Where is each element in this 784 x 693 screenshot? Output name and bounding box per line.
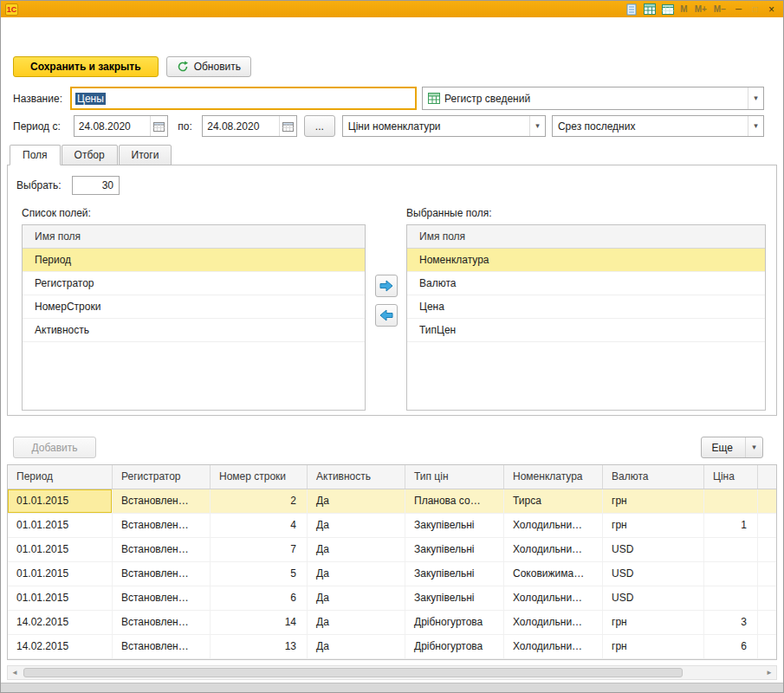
- table-cell[interactable]: грн: [603, 514, 704, 537]
- list-item[interactable]: Цена: [407, 295, 765, 319]
- table-cell[interactable]: Да: [308, 586, 405, 610]
- table-cell[interactable]: [704, 586, 758, 610]
- table-cell[interactable]: Холодильни…: [504, 635, 603, 658]
- table-cell[interactable]: грн: [603, 611, 704, 634]
- table-cell[interactable]: [704, 489, 758, 513]
- table-cell[interactable]: 01.01.2015: [8, 538, 113, 561]
- column-header[interactable]: Ціна: [704, 465, 758, 489]
- list-item[interactable]: Регистратор: [23, 272, 365, 295]
- table-row[interactable]: 14.02.2015Встановлен…14ДаДрібногуртоваХо…: [8, 611, 776, 635]
- more-button[interactable]: Еще: [701, 437, 763, 458]
- register-name-dropdown-button[interactable]: [529, 116, 545, 136]
- minimize-button[interactable]: ─: [731, 4, 746, 14]
- table-cell[interactable]: Холодильни…: [504, 514, 603, 537]
- table-cell[interactable]: USD: [603, 586, 704, 610]
- tab-filter[interactable]: Отбор: [62, 145, 118, 165]
- available-fields-header[interactable]: Имя поля: [23, 225, 365, 249]
- table-row[interactable]: 01.01.2015Встановлен…6ДаЗакупівельніХоло…: [8, 586, 776, 611]
- list-item[interactable]: ТипЦен: [407, 319, 765, 342]
- table-cell[interactable]: Встановлен…: [113, 514, 211, 537]
- period-more-button[interactable]: ...: [304, 115, 335, 137]
- chosen-fields-header[interactable]: Имя поля: [407, 225, 765, 249]
- table-cell[interactable]: Встановлен…: [113, 586, 211, 610]
- table-cell[interactable]: 14.02.2015: [8, 635, 113, 658]
- table-cell[interactable]: 7: [211, 538, 308, 561]
- list-item[interactable]: НомерСтроки: [23, 295, 365, 319]
- table-cell[interactable]: Планова со…: [405, 489, 504, 513]
- table-cell[interactable]: Соковижима…: [504, 562, 603, 586]
- scrollbar-track[interactable]: [22, 666, 762, 679]
- tab-fields[interactable]: Поля: [10, 145, 61, 165]
- register-type-combo[interactable]: Регистр сведений: [422, 87, 764, 110]
- table-cell[interactable]: Закупівельні: [405, 514, 504, 537]
- table-cell[interactable]: 4: [211, 514, 308, 537]
- table-row[interactable]: 01.01.2015Встановлен…7ДаЗакупівельніХоло…: [8, 538, 776, 562]
- table-cell[interactable]: 14.02.2015: [8, 611, 113, 634]
- column-header[interactable]: Период: [8, 465, 113, 489]
- table-cell[interactable]: Закупівельні: [405, 562, 504, 586]
- select-count-input[interactable]: [72, 176, 120, 195]
- table-cell[interactable]: 14: [211, 611, 308, 634]
- save-close-button[interactable]: Сохранить и закрыть: [13, 56, 159, 77]
- table-cell[interactable]: Тирса: [504, 489, 603, 513]
- table-row[interactable]: 14.02.2015Встановлен…13ДаДрібногуртоваХо…: [8, 635, 776, 659]
- table-cell[interactable]: Дрібногуртова: [405, 611, 504, 634]
- table-cell[interactable]: Да: [308, 562, 405, 586]
- table-cell[interactable]: 3: [704, 611, 758, 634]
- move-right-button[interactable]: [375, 275, 398, 297]
- list-item[interactable]: Валюта: [407, 272, 765, 295]
- calendar-picker-button[interactable]: [279, 116, 296, 136]
- scrollbar-thumb[interactable]: [23, 668, 683, 677]
- slice-mode-dropdown-button[interactable]: [748, 116, 763, 136]
- period-to-input[interactable]: 24.08.2020: [202, 115, 297, 137]
- close-button[interactable]: ×: [764, 3, 779, 16]
- maximize-button[interactable]: □: [748, 4, 762, 14]
- table-cell[interactable]: Встановлен…: [113, 635, 211, 658]
- scale-normal-button[interactable]: M: [680, 4, 687, 14]
- add-button[interactable]: Добавить: [13, 437, 96, 458]
- table-cell[interactable]: 2: [211, 489, 308, 513]
- table-cell[interactable]: USD: [603, 562, 704, 586]
- table-cell[interactable]: Встановлен…: [113, 562, 211, 586]
- horizontal-scrollbar[interactable]: [7, 665, 777, 680]
- table-cell[interactable]: 01.01.2015: [8, 514, 113, 537]
- table-cell[interactable]: Встановлен…: [113, 538, 211, 561]
- table-cell[interactable]: Да: [308, 611, 405, 634]
- scale-decrease-button[interactable]: M−: [714, 4, 726, 14]
- period-from-input[interactable]: 24.08.2020: [74, 115, 169, 137]
- column-header[interactable]: Валюта: [603, 465, 704, 489]
- table-cell[interactable]: 01.01.2015: [8, 562, 113, 586]
- table-cell[interactable]: 01.01.2015: [8, 489, 113, 513]
- table-cell[interactable]: 6: [704, 635, 758, 658]
- column-header[interactable]: Активность: [308, 465, 405, 489]
- table-row[interactable]: 01.01.2015Встановлен…2ДаПланова со…Тирса…: [8, 489, 776, 514]
- table-cell[interactable]: Дрібногуртова: [405, 635, 504, 658]
- table-cell[interactable]: 6: [211, 586, 308, 610]
- tab-totals[interactable]: Итоги: [119, 145, 172, 165]
- calendar-icon[interactable]: [660, 3, 675, 16]
- table-cell[interactable]: Да: [308, 514, 405, 537]
- table-cell[interactable]: грн: [603, 635, 704, 658]
- table-cell[interactable]: [704, 562, 758, 586]
- table-cell[interactable]: 1: [704, 514, 758, 537]
- table-row[interactable]: 01.01.2015Встановлен…5ДаЗакупівельніСоко…: [8, 562, 776, 586]
- table-cell[interactable]: Встановлен…: [113, 489, 211, 513]
- register-name-combo[interactable]: Ціни номенклатури: [342, 115, 546, 137]
- table-cell[interactable]: Закупівельні: [405, 586, 504, 610]
- move-left-button[interactable]: [375, 304, 398, 327]
- table-cell[interactable]: Холодильни…: [504, 586, 603, 610]
- refresh-button[interactable]: Обновить: [166, 56, 251, 77]
- column-header[interactable]: Регистратор: [113, 465, 211, 489]
- table-row[interactable]: 01.01.2015Встановлен…4ДаЗакупівельніХоло…: [8, 514, 776, 538]
- table-cell[interactable]: 01.01.2015: [8, 586, 113, 610]
- scroll-left-icon[interactable]: [8, 666, 22, 679]
- register-type-dropdown-button[interactable]: [748, 87, 763, 109]
- document-icon[interactable]: [624, 3, 638, 16]
- table-cell[interactable]: 13: [211, 635, 308, 658]
- column-header[interactable]: Номер строки: [211, 465, 308, 489]
- column-header[interactable]: Номенклатура: [504, 465, 603, 489]
- table-cell[interactable]: Холодильни…: [504, 538, 603, 561]
- calendar-picker-button[interactable]: [150, 116, 167, 136]
- slice-mode-combo[interactable]: Срез последних: [552, 115, 764, 137]
- name-input[interactable]: Цены: [70, 87, 417, 110]
